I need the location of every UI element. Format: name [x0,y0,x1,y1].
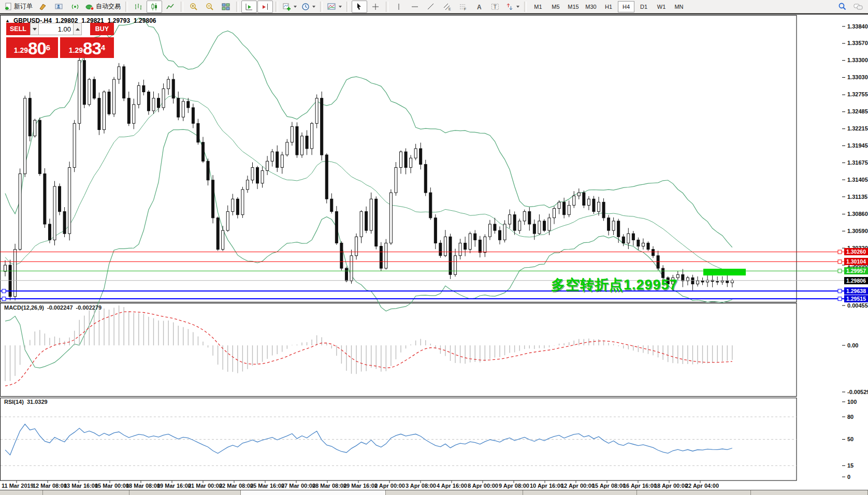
date-tick-label: 13 Mar 16:00 [64,483,98,489]
text-tool-button[interactable]: A [471,1,487,13]
price-tick-label: 1.30590 [847,228,868,235]
cursor-tool-button[interactable] [352,1,367,13]
buy-price[interactable]: 1.29 83 4 [60,37,114,58]
buy-button[interactable]: BUY [90,23,114,35]
auto-scroll-icon [245,3,253,11]
timeframe-d1-button[interactable]: D1 [635,1,652,12]
zoom-out-button[interactable] [202,1,218,13]
chart-tab[interactable] [523,490,637,495]
line-handle[interactable] [838,289,842,293]
mt4-window: 新订单 自动交易 [0,0,868,495]
line-chart-mode-button[interactable] [163,1,178,13]
date-tick-label: 2 Apr 00:00 [374,483,405,489]
zoom-in-button[interactable] [186,1,201,13]
chart-tab[interactable] [637,490,751,495]
trendline-tool-button[interactable] [423,1,439,13]
price-tick-label: 1.31945 [847,142,868,149]
timeframe-h1-button[interactable]: H1 [600,1,617,12]
crosshair-icon [371,3,380,11]
chart-shift-button[interactable] [257,1,273,13]
date-tick-label: 8 Apr 00:00 [468,483,498,489]
chart-tab[interactable] [43,490,129,495]
timeframe-m1-button[interactable]: M1 [530,1,546,12]
timeframe-m15-button[interactable]: M15 [565,1,582,12]
timeframe-h4-button[interactable]: H4 [618,1,634,12]
arrows-tool-button[interactable] [503,1,522,13]
bar-chart-icon [134,3,142,11]
text-label-tool-button[interactable]: T [487,1,503,13]
dropdown-caret [339,6,342,8]
macd-axis-label: -0.005295 [847,389,868,396]
new-order-label: 新订单 [14,2,33,11]
accounts-button[interactable] [51,1,67,13]
rsi-value: 31.0329 [27,399,48,405]
template-button[interactable] [325,1,344,13]
date-tick-label: 27 Mar 00:00 [281,483,315,489]
period-button[interactable] [299,1,317,13]
date-tick-label: 16 Apr 16:00 [623,483,657,489]
svg-text:F: F [464,7,466,11]
toolbar-separator [236,2,239,12]
crosshair-tool-button[interactable] [368,1,383,13]
highlight-zone[interactable] [703,269,746,275]
line-handle[interactable] [838,260,842,264]
search-button[interactable] [834,1,850,13]
one-click-trading-panel: SELL BUY 1.29 80 6 1.29 83 4 [6,23,114,58]
timeframe-m30-button[interactable]: M30 [583,1,599,12]
autotrading-label: 自动交易 [96,2,121,11]
text-label-icon: T [491,3,499,11]
new-order-button[interactable]: 新订单 [2,1,35,13]
chat-button[interactable] [850,1,866,13]
line-chart-icon [166,3,175,11]
chart-tab[interactable] [129,490,241,495]
date-tick-label: 29 Mar 16:00 [343,483,378,489]
line-handle[interactable] [838,297,842,301]
autotrading-icon [85,3,94,11]
zoom-in-icon [190,3,198,11]
autotrading-button[interactable]: 自动交易 [83,1,123,13]
bar-chart-mode-button[interactable] [131,1,146,13]
chart-canvas[interactable] [0,14,868,490]
chart-annotation-text[interactable]: 多空转折点1.29957 [551,275,678,294]
tile-windows-button[interactable] [218,1,234,13]
line-handle[interactable] [2,289,6,293]
macd-value-2: -0.002279 [76,304,102,311]
chart-tab[interactable] [241,490,386,495]
date-tick-label: 28 Mar 08:00 [312,483,346,489]
auto-scroll-button[interactable] [241,1,257,13]
svg-text:T: T [494,4,497,10]
timeframe-w1-button[interactable]: W1 [653,1,670,12]
fibonacci-tool-button[interactable]: F [455,1,471,13]
sell-button[interactable]: SELL [6,23,30,35]
price-tick-label: 1.31675 [847,159,868,166]
chart-tab[interactable] [386,490,523,495]
volume-increase-button[interactable] [73,23,82,35]
fibonacci-icon: F [459,3,467,11]
signals-button[interactable] [67,1,83,13]
search-icon [838,2,847,11]
text-icon: A [475,3,483,11]
date-tick-label: 18 Apr 00:00 [654,483,688,489]
date-tick-label: 10 Apr 16:00 [530,483,563,489]
horizontal-line-tool-button[interactable] [407,1,423,13]
history-center-button[interactable] [35,1,51,13]
timeframe-mn-button[interactable]: MN [671,1,687,12]
chart-tab-bar [0,490,868,495]
channel-tool-button[interactable]: E [439,1,455,13]
line-handle[interactable] [838,250,842,254]
candlestick-mode-button[interactable] [147,1,162,13]
volume-input[interactable] [39,23,73,35]
svg-text:E: E [449,7,451,11]
macd-label: MACD(12,26,9) -0.002247 -0.002279 [4,304,102,311]
chart-tab[interactable] [0,490,43,495]
add-indicator-button[interactable] [281,1,299,13]
timeframe-m5-button[interactable]: M5 [547,1,564,12]
vertical-line-tool-button[interactable] [391,1,407,13]
price-tick-label: 1.31135 [847,194,868,200]
date-tick-label: 11 Mar 2019 [2,483,34,489]
sell-price[interactable]: 1.29 80 6 [6,37,58,58]
line-handle[interactable] [2,297,6,301]
volume-decrease-button[interactable] [30,23,39,35]
chart-tab[interactable] [751,490,868,495]
line-handle[interactable] [838,269,842,273]
